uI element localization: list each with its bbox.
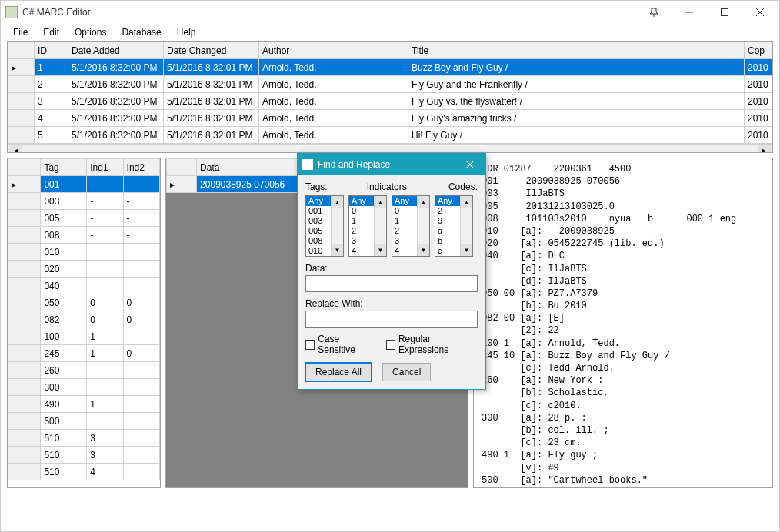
table-row[interactable]: 510 3 bbox=[8, 447, 160, 464]
table-row[interactable]: 010 bbox=[8, 244, 160, 261]
list-item[interactable]: 2 bbox=[435, 206, 460, 216]
table-row[interactable]: 008 - - bbox=[8, 227, 160, 244]
marc-preview[interactable]: LDR 01287 2200361 4500 001 2009038925 07… bbox=[473, 158, 773, 488]
col-date-changed[interactable]: Date Changed bbox=[164, 42, 259, 59]
table-row[interactable]: 510 4 bbox=[8, 464, 160, 480]
menu-file[interactable]: File bbox=[5, 25, 35, 39]
data-input[interactable] bbox=[305, 275, 478, 292]
cell-ind2[interactable] bbox=[123, 261, 159, 278]
cell-ind2[interactable]: - bbox=[123, 193, 159, 210]
cell-date-added[interactable]: 5/1/2016 8:32:00 PM bbox=[68, 59, 164, 76]
scroll-down-icon[interactable]: ▼ bbox=[461, 244, 472, 256]
cell-ind1[interactable]: - bbox=[87, 227, 123, 244]
cell-tag[interactable]: 010 bbox=[41, 244, 87, 261]
cell-ind1[interactable] bbox=[87, 362, 123, 379]
cell-tag[interactable]: 001 bbox=[41, 176, 87, 193]
scroll-up-icon[interactable]: ▲ bbox=[332, 196, 343, 208]
cell-ind2[interactable] bbox=[123, 278, 159, 294]
cell-ind2[interactable] bbox=[123, 379, 159, 396]
cell-title[interactable]: Hi! Fly Guy / bbox=[408, 127, 745, 144]
cell-ind1[interactable]: 3 bbox=[87, 447, 123, 464]
table-row[interactable]: 100 1 bbox=[8, 328, 160, 345]
cell-ind1[interactable]: 4 bbox=[87, 464, 123, 480]
ind2-listbox[interactable]: Any01234▲▼ bbox=[392, 195, 430, 257]
cell-author[interactable]: Arnold, Tedd. bbox=[259, 59, 408, 76]
scroll-up-icon[interactable]: ▲ bbox=[418, 196, 429, 208]
table-row[interactable]: 050 0 0 bbox=[8, 294, 160, 311]
col-tag[interactable]: Tag bbox=[41, 159, 87, 176]
cell-ind1[interactable] bbox=[87, 413, 123, 430]
table-row[interactable]: 510 3 bbox=[8, 430, 160, 447]
cell-ind1[interactable]: 1 bbox=[87, 396, 123, 413]
list-item[interactable]: 2 bbox=[392, 226, 417, 236]
scroll-right-icon[interactable]: ► bbox=[758, 145, 771, 154]
cell-author[interactable]: Arnold, Tedd. bbox=[259, 127, 408, 144]
list-item[interactable]: 005 bbox=[306, 226, 331, 236]
case-sensitive-checkbox[interactable]: Case Sensitive bbox=[305, 334, 375, 355]
cell-date-added[interactable]: 5/1/2016 8:32:00 PM bbox=[68, 76, 164, 93]
cell-tag[interactable]: 245 bbox=[41, 345, 87, 362]
table-row[interactable]: 245 1 0 bbox=[8, 345, 160, 362]
replace-all-button[interactable]: Replace All bbox=[305, 363, 372, 381]
cell-tag[interactable]: 490 bbox=[41, 396, 87, 413]
table-row[interactable]: 1 5/1/2016 8:32:00 PM 5/1/2016 8:32:01 P… bbox=[8, 59, 772, 76]
cell-cop[interactable]: 2010 bbox=[745, 127, 772, 144]
scroll-left-icon[interactable]: ◄ bbox=[9, 145, 22, 154]
minimize-button[interactable] bbox=[672, 1, 707, 24]
col-title[interactable]: Title bbox=[408, 42, 745, 59]
dialog-close-button[interactable] bbox=[455, 154, 485, 175]
cell-author[interactable]: Arnold, Tedd. bbox=[259, 110, 408, 127]
col-cop[interactable]: Cop bbox=[745, 42, 772, 59]
cell-date-changed[interactable]: 5/1/2016 8:32:01 PM bbox=[164, 110, 259, 127]
list-item[interactable]: Any bbox=[435, 196, 460, 206]
pin-button[interactable] bbox=[636, 1, 672, 24]
cell-tag[interactable]: 082 bbox=[41, 311, 87, 328]
records-grid[interactable]: ID Date Added Date Changed Author Title … bbox=[7, 41, 773, 153]
cell-ind1[interactable]: - bbox=[87, 210, 123, 227]
cell-cop[interactable]: 2010 bbox=[745, 76, 772, 93]
cell-ind2[interactable] bbox=[123, 413, 159, 430]
cell-id[interactable]: 2 bbox=[35, 76, 68, 93]
table-row[interactable]: 040 bbox=[8, 278, 160, 294]
cell-ind1[interactable]: - bbox=[87, 193, 123, 210]
cell-ind1[interactable] bbox=[87, 261, 123, 278]
cell-ind2[interactable]: - bbox=[123, 227, 159, 244]
list-item[interactable]: 001 bbox=[306, 206, 331, 216]
table-row[interactable]: 001 - - bbox=[8, 176, 160, 193]
list-item[interactable]: 3 bbox=[349, 236, 374, 246]
cell-date-added[interactable]: 5/1/2016 8:32:00 PM bbox=[68, 110, 164, 127]
cell-ind2[interactable] bbox=[123, 362, 159, 379]
cell-tag[interactable]: 020 bbox=[41, 261, 87, 278]
table-row[interactable]: 3 5/1/2016 8:32:00 PM 5/1/2016 8:32:01 P… bbox=[8, 93, 772, 110]
col-ind2[interactable]: Ind2 bbox=[123, 159, 159, 176]
cancel-button[interactable]: Cancel bbox=[382, 363, 431, 381]
cell-tag[interactable]: 008 bbox=[41, 227, 87, 244]
cell-id[interactable]: 1 bbox=[35, 59, 68, 76]
scroll-down-icon[interactable]: ▼ bbox=[375, 244, 386, 256]
cell-ind1[interactable]: 0 bbox=[87, 311, 123, 328]
table-row[interactable]: 003 - - bbox=[8, 193, 160, 210]
dialog-titlebar[interactable]: Find and Replace bbox=[298, 154, 485, 175]
cell-tag[interactable]: 005 bbox=[41, 210, 87, 227]
cell-date-changed[interactable]: 5/1/2016 8:32:01 PM bbox=[164, 76, 259, 93]
cell-tag[interactable]: 300 bbox=[41, 379, 87, 396]
list-item[interactable]: Any bbox=[306, 196, 331, 206]
ind1-listbox[interactable]: Any01234▲▼ bbox=[348, 195, 387, 257]
codes-listbox[interactable]: Any29abcd▲▼ bbox=[435, 195, 473, 257]
cell-tag[interactable]: 003 bbox=[41, 193, 87, 210]
list-item[interactable]: 1 bbox=[349, 216, 374, 226]
cell-id[interactable]: 3 bbox=[35, 93, 68, 110]
cell-id[interactable]: 5 bbox=[35, 127, 68, 144]
cell-tag[interactable]: 500 bbox=[41, 413, 87, 430]
col-author[interactable]: Author bbox=[259, 42, 408, 59]
list-item[interactable]: 9 bbox=[435, 216, 460, 226]
cell-ind2[interactable] bbox=[123, 464, 159, 480]
cell-tag[interactable]: 260 bbox=[41, 362, 87, 379]
col-date-added[interactable]: Date Added bbox=[68, 42, 164, 59]
cell-ind2[interactable]: - bbox=[123, 176, 159, 193]
cell-title[interactable]: Fly Guy's amazing tricks / bbox=[408, 110, 745, 127]
col-ind1[interactable]: Ind1 bbox=[87, 159, 123, 176]
cell-cop[interactable]: 2010 bbox=[745, 110, 772, 127]
list-item[interactable]: 010 bbox=[306, 246, 331, 256]
cell-ind1[interactable] bbox=[87, 379, 123, 396]
